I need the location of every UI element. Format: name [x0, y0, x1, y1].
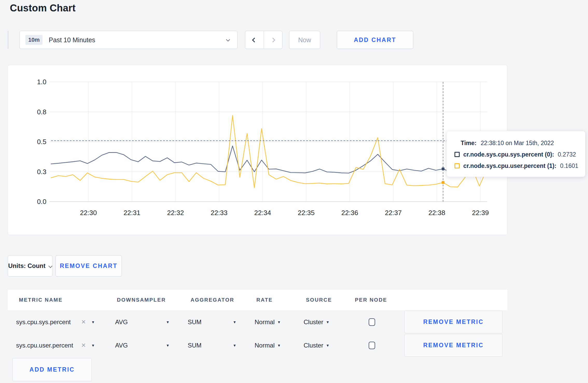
custom-chart-canvas[interactable]: 0.00.30.50.81.022:3022:3122:3222:3322:34… — [8, 65, 508, 235]
svg-text:22:39: 22:39 — [472, 209, 489, 217]
svg-text:22:35: 22:35 — [298, 209, 314, 217]
svg-text:22:34: 22:34 — [254, 209, 271, 217]
metric-name-dropdown-icon[interactable]: ▼ — [91, 343, 95, 347]
svg-text:0.3: 0.3 — [37, 168, 46, 176]
svg-text:22:36: 22:36 — [341, 209, 358, 217]
aggregator-select[interactable]: SUM — [188, 342, 201, 349]
svg-text:22:38: 22:38 — [428, 209, 445, 217]
add-chart-button[interactable]: ADD CHART — [337, 31, 413, 49]
units-label: Units: Count — [8, 262, 46, 269]
chevron-right-icon — [271, 38, 275, 42]
rate-dropdown-icon: ▼ — [277, 343, 281, 347]
svg-text:22:31: 22:31 — [123, 209, 140, 217]
now-button[interactable]: Now — [289, 31, 320, 49]
aggregator-dropdown-icon[interactable]: ▼ — [233, 343, 236, 347]
page-title: Custom Chart — [10, 3, 76, 14]
units-select[interactable]: Units: Count — [8, 255, 52, 276]
chevron-down-icon — [48, 264, 53, 268]
user-series-legend-icon — [454, 163, 460, 168]
tooltip-series-value: 0.1601 — [560, 162, 578, 169]
rate-dropdown-icon: ▼ — [277, 320, 281, 324]
col-header-rate: RATE — [256, 297, 273, 303]
rate-value: Normal — [255, 318, 275, 326]
svg-text:0.8: 0.8 — [37, 108, 46, 116]
table-row: sys.cpu.user.percent ✕ ▼ AVG ▼ SUM ▼ Nor… — [0, 334, 588, 357]
svg-text:1.0: 1.0 — [37, 78, 46, 86]
chevron-down-icon — [226, 38, 230, 42]
tooltip-series-label: cr.node.sys.cpu.sys.percent (0): — [463, 151, 554, 158]
sys-series-legend-icon — [454, 152, 460, 157]
remove-chart-button[interactable]: REMOVE CHART — [55, 255, 122, 276]
tooltip-series-row: cr.node.sys.cpu.sys.percent (0): 0.2732 — [454, 149, 585, 160]
next-time-button[interactable] — [264, 31, 283, 49]
svg-text:22:37: 22:37 — [385, 209, 402, 217]
time-range-badge: 10m — [25, 35, 43, 45]
tooltip-series-label: cr.node.sys.cpu.user.percent (1): — [463, 162, 556, 169]
table-row: sys.cpu.sys.percent ✕ ▼ AVG ▼ SUM ▼ Norm… — [0, 311, 588, 333]
source-select[interactable]: Cluster ▼ — [304, 318, 330, 326]
remove-metric-button[interactable]: REMOVE METRIC — [404, 311, 502, 333]
downsampler-select[interactable]: AVG — [115, 342, 128, 349]
source-dropdown-icon: ▼ — [326, 343, 330, 347]
tooltip-time-row: Time: 22:38:10 on Mar 15th, 2022 — [454, 137, 585, 149]
source-value: Cluster — [304, 318, 323, 326]
metric-name-value[interactable]: sys.cpu.sys.percent — [16, 318, 71, 326]
chart-card: 0.00.30.50.81.022:3022:3122:3222:3322:34… — [8, 65, 507, 235]
svg-text:0.0: 0.0 — [37, 198, 46, 205]
prev-time-button[interactable] — [245, 31, 264, 49]
downsampler-dropdown-icon[interactable]: ▼ — [166, 343, 170, 347]
tooltip-series-row: cr.node.sys.cpu.user.percent (1): 0.1601 — [454, 160, 585, 172]
tooltip-time-label: Time: — [461, 140, 477, 147]
clear-metric-icon[interactable]: ✕ — [81, 319, 86, 325]
svg-text:22:33: 22:33 — [211, 209, 227, 217]
source-value: Cluster — [304, 342, 323, 349]
custom-chart-page: { "page": { "title": "Custom Chart", "ba… — [0, 0, 588, 383]
chevron-left-icon — [252, 38, 257, 42]
col-header-downsampler: DOWNSAMPLER — [117, 297, 166, 303]
source-dropdown-icon: ▼ — [326, 320, 330, 324]
metric-name-dropdown-icon[interactable]: ▼ — [91, 320, 95, 324]
rate-select[interactable]: Normal ▼ — [255, 342, 281, 349]
add-metric-button[interactable]: ADD METRIC — [12, 358, 92, 381]
per-node-checkbox[interactable] — [369, 342, 375, 349]
time-range-label: Past 10 Minutes — [49, 36, 95, 44]
tooltip-series-value: 0.2732 — [558, 151, 576, 158]
downsampler-select[interactable]: AVG — [115, 318, 128, 326]
col-header-aggregator: AGGREGATOR — [191, 297, 234, 303]
chart-tooltip: Time: 22:38:10 on Mar 15th, 2022 cr.node… — [446, 131, 585, 177]
metric-name-value[interactable]: sys.cpu.user.percent — [16, 342, 73, 349]
rate-select[interactable]: Normal ▼ — [255, 318, 281, 326]
aggregator-select[interactable]: SUM — [188, 318, 201, 326]
source-select[interactable]: Cluster ▼ — [304, 342, 330, 349]
per-node-checkbox[interactable] — [369, 318, 375, 326]
svg-text:0.5: 0.5 — [37, 138, 46, 146]
svg-text:22:32: 22:32 — [167, 209, 184, 217]
time-pager — [245, 31, 282, 49]
aggregator-dropdown-icon[interactable]: ▼ — [233, 320, 236, 324]
col-header-per-node: PER NODE — [355, 297, 387, 303]
col-header-source: SOURCE — [306, 297, 332, 303]
clear-metric-icon[interactable]: ✕ — [81, 342, 86, 349]
svg-text:22:30: 22:30 — [80, 209, 97, 217]
time-range-select[interactable]: 10m Past 10 Minutes — [19, 31, 237, 49]
rate-value: Normal — [255, 342, 275, 349]
tooltip-time-value: 22:38:10 on Mar 15th, 2022 — [481, 140, 554, 147]
remove-metric-button[interactable]: REMOVE METRIC — [404, 334, 502, 357]
downsampler-dropdown-icon[interactable]: ▼ — [166, 320, 170, 324]
toolbar-divider — [8, 31, 8, 49]
col-header-metric-name: METRIC NAME — [19, 297, 63, 303]
